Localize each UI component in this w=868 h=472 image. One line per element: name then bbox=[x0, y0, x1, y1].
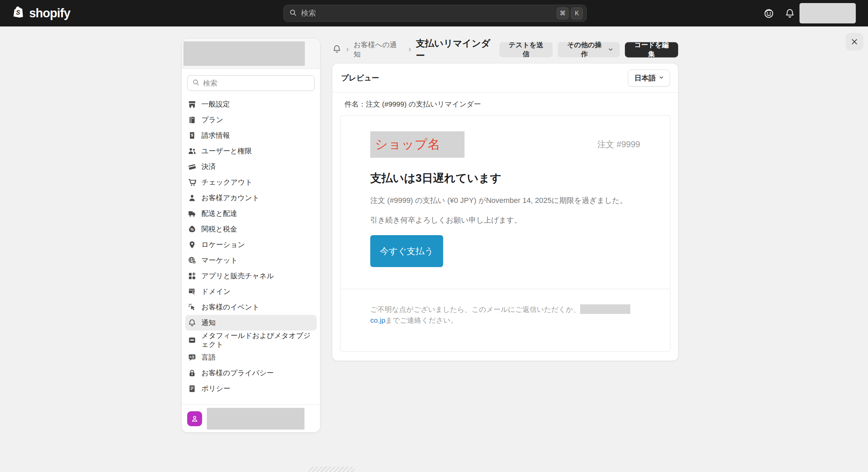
lock-icon bbox=[188, 369, 196, 377]
account-menu-redacted[interactable] bbox=[800, 3, 856, 23]
pay-now-button[interactable]: 今すぐ支払う bbox=[370, 235, 443, 267]
shopify-admin-screen: S shopify ⌘ K bbox=[0, 0, 868, 472]
translate-icon: A文 bbox=[188, 353, 196, 362]
search-icon bbox=[192, 79, 200, 88]
header-actions: テストを送信 その他の操作 コードを編集 bbox=[499, 42, 678, 57]
sidebar-item-languages[interactable]: A文 言語 bbox=[185, 350, 317, 365]
settings-overlay: 一般設定 プラン $ 請求情報 ユーザーと権限 決済 bbox=[0, 26, 868, 472]
sidebar-item-customer-events[interactable]: お客様のイベント bbox=[185, 299, 317, 315]
person-icon bbox=[190, 414, 199, 423]
store-icon bbox=[188, 100, 196, 109]
sidebar-item-metafields-metaobjects[interactable]: メタフィールドおよびメタオブジェクト bbox=[185, 331, 317, 350]
email-address-redacted bbox=[580, 304, 630, 314]
cmd-key-badge: ⌘ bbox=[557, 7, 569, 19]
breadcrumb-separator: › bbox=[346, 45, 349, 55]
svg-text:A文: A文 bbox=[189, 355, 195, 359]
shopify-bag-icon: S bbox=[12, 5, 26, 21]
bell-icon bbox=[188, 319, 196, 327]
apps-grid-icon bbox=[188, 272, 196, 280]
notification-page-header: › お客様への通知 › 支払いリマインダー テストを送信 その他の操作 コードを… bbox=[332, 41, 678, 58]
sidebar-item-notifications[interactable]: 通知 bbox=[185, 315, 317, 331]
preview-heading: プレビュー bbox=[341, 73, 379, 83]
global-search-input[interactable] bbox=[301, 9, 554, 18]
sidebar-item-apps-sales-channels[interactable]: アプリと販売チャネル bbox=[185, 268, 317, 284]
svg-text:$: $ bbox=[193, 261, 195, 264]
globe-icon: $ bbox=[188, 256, 196, 265]
domain-window-icon bbox=[188, 287, 196, 296]
shop-name-redacted bbox=[183, 41, 305, 66]
sidebar-item-billing[interactable]: $ 請求情報 bbox=[185, 128, 317, 143]
svg-text:S: S bbox=[16, 9, 20, 16]
breadcrumb-customer-notifications[interactable]: お客様への通知 bbox=[354, 40, 404, 59]
sidebar-item-duties-taxes[interactable]: % 関税と税金 bbox=[185, 221, 317, 237]
notifications-bell-icon[interactable] bbox=[784, 7, 795, 19]
billing-icon: $ bbox=[188, 131, 196, 140]
email-body-line2: 引き続き何卒よろしくお願い申し上げます。 bbox=[370, 215, 640, 225]
preview-card-header: プレビュー 日本語 bbox=[332, 63, 678, 93]
footer-text-after: までご連絡ください。 bbox=[385, 316, 457, 324]
skeleton-hatch-bar bbox=[309, 467, 355, 472]
shop-name-text: ショップ名 bbox=[375, 136, 440, 153]
sidebar-user-footer[interactable] bbox=[182, 404, 320, 432]
cart-icon bbox=[188, 178, 196, 187]
sidebar-item-plan[interactable]: プラン bbox=[185, 112, 317, 128]
more-actions-button[interactable]: その他の操作 bbox=[558, 42, 620, 57]
email-preview: ショップ名 注文 #9999 支払いは3日遅れています 注文 (#9999) の… bbox=[340, 115, 670, 352]
chevron-down-icon bbox=[658, 74, 664, 82]
users-icon bbox=[188, 147, 196, 155]
shop-logo-placeholder: ショップ名 bbox=[370, 131, 465, 158]
email-header-row: ショップ名 注文 #9999 bbox=[370, 131, 640, 158]
sidebar-item-domains[interactable]: ドメイン bbox=[185, 284, 317, 299]
bell-icon bbox=[332, 44, 341, 55]
k-key-badge: K bbox=[571, 7, 583, 19]
email-body: ショップ名 注文 #9999 支払いは3日遅れています 注文 (#9999) の… bbox=[340, 116, 670, 267]
settings-search[interactable] bbox=[187, 75, 315, 91]
email-footer: ご不明な点がございましたら、このメールにご返信いただくか、co.jpまでご連絡く… bbox=[340, 289, 670, 325]
sidebar-item-shipping-delivery[interactable]: 配送と配達 bbox=[185, 206, 317, 221]
cursor-click-icon bbox=[188, 303, 196, 311]
svg-text:$: $ bbox=[191, 133, 193, 137]
email-subject: 件名：注文 (#9999) の支払いリマインダー bbox=[344, 99, 481, 109]
sidebar-item-general-settings[interactable]: 一般設定 bbox=[185, 96, 317, 112]
shopify-logo[interactable]: S shopify bbox=[12, 0, 70, 26]
footer-text-before: ご不明な点がございましたら、このメールにご返信いただくか、 bbox=[370, 305, 580, 313]
email-subject-row: 件名：注文 (#9999) の支払いリマインダー bbox=[332, 93, 678, 115]
order-number: 注文 #9999 bbox=[597, 139, 640, 150]
sidebar-item-checkout[interactable]: チェックアウト bbox=[185, 174, 317, 190]
preview-card: プレビュー 日本語 件名：注文 (#9999) の支払いリマインダー ショップ名 bbox=[332, 63, 678, 361]
location-pin-icon bbox=[188, 241, 196, 249]
money-bag-icon: % bbox=[188, 225, 196, 233]
sidekick-assistant-icon[interactable] bbox=[763, 7, 774, 19]
sidebar-item-users-permissions[interactable]: ユーザーと権限 bbox=[185, 143, 317, 159]
language-selector[interactable]: 日本語 bbox=[628, 70, 670, 87]
close-settings-button[interactable] bbox=[846, 33, 863, 51]
email-title: 支払いは3日遅れています bbox=[370, 171, 640, 186]
sidebar-item-locations[interactable]: ロケーション bbox=[185, 237, 317, 252]
search-icon bbox=[289, 9, 297, 18]
breadcrumb: › お客様への通知 › 支払いリマインダー bbox=[332, 37, 499, 62]
global-search[interactable]: ⌘ K bbox=[283, 5, 587, 22]
settings-sidebar: 一般設定 プラン $ 請求情報 ユーザーと権限 決済 bbox=[182, 38, 320, 432]
sidebar-item-payments[interactable]: 決済 bbox=[185, 159, 317, 174]
edit-code-button[interactable]: コードを編集 bbox=[625, 42, 678, 57]
page-title: 支払いリマインダー bbox=[416, 37, 499, 62]
user-avatar bbox=[187, 411, 202, 426]
svg-text:%: % bbox=[191, 227, 194, 231]
truck-icon bbox=[188, 209, 196, 218]
chevron-down-icon bbox=[608, 46, 614, 53]
sidebar-item-policies[interactable]: ポリシー bbox=[185, 381, 317, 397]
document-icon bbox=[188, 384, 196, 393]
settings-search-input[interactable] bbox=[203, 79, 310, 87]
sidebar-item-customer-privacy[interactable]: お客様のプライバシー bbox=[185, 365, 317, 381]
email-body-line1: 注文 (#9999) の支払い (¥0 JPY) がNovember 14, 2… bbox=[370, 195, 640, 206]
credit-card-icon bbox=[188, 163, 196, 171]
settings-nav: 一般設定 プラン $ 請求情報 ユーザーと権限 決済 bbox=[182, 91, 320, 397]
sidebar-shop-header bbox=[182, 38, 320, 69]
user-name-redacted bbox=[207, 408, 304, 430]
person-icon bbox=[188, 194, 196, 202]
shopify-wordmark: shopify bbox=[29, 6, 70, 20]
email-link[interactable]: co.jp bbox=[370, 316, 385, 324]
send-test-button[interactable]: テストを送信 bbox=[499, 42, 553, 57]
sidebar-item-markets[interactable]: $ マーケット bbox=[185, 252, 317, 268]
sidebar-item-customer-accounts[interactable]: お客様アカウント bbox=[185, 190, 317, 206]
